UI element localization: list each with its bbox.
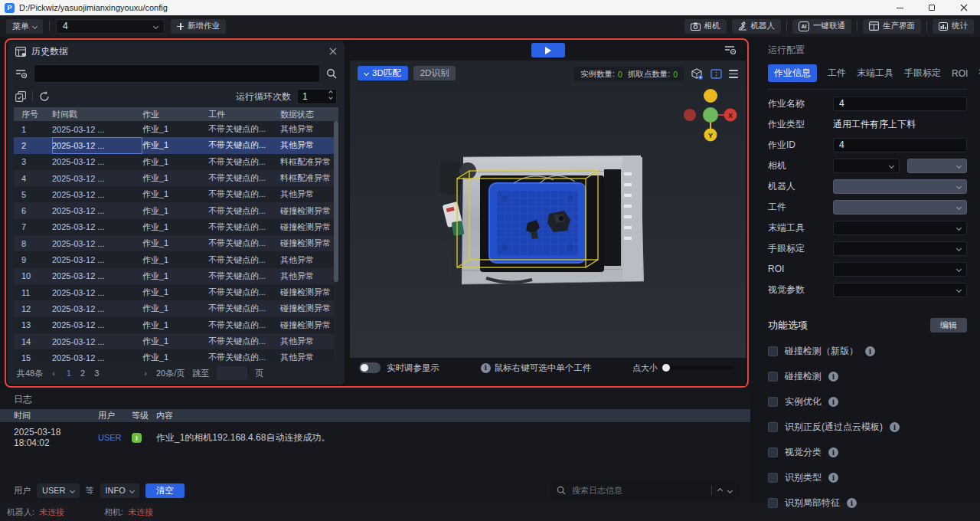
- camera-scene-image[interactable]: [440, 149, 660, 291]
- history-close-button[interactable]: [329, 48, 337, 55]
- table-row[interactable]: 82025-03-12 ...作业_1不带关键点的...碰撞检测异常: [14, 235, 338, 251]
- history-pagination: 共48条 ‹ 123 › 20条/页 跳至 页: [8, 362, 345, 385]
- info-icon[interactable]: i: [828, 372, 838, 382]
- clear-log-button[interactable]: 清空: [145, 483, 185, 498]
- menu-button[interactable]: 菜单: [6, 19, 43, 34]
- search-next-icon[interactable]: [727, 487, 733, 493]
- refresh-icon[interactable]: [39, 91, 50, 102]
- checkbox[interactable]: [768, 447, 778, 457]
- checkbox[interactable]: [768, 422, 778, 432]
- config-tab[interactable]: ROI: [952, 68, 968, 79]
- job-select[interactable]: 4: [56, 19, 165, 34]
- live-tuning-toggle[interactable]: [359, 362, 381, 373]
- search-icon[interactable]: [326, 68, 337, 79]
- log-search-input[interactable]: [572, 486, 705, 495]
- minimize-button[interactable]: [884, 0, 916, 15]
- table-row[interactable]: 112025-03-12 ...作业_1不带关键点的...碰撞检测异常: [14, 284, 338, 300]
- log-user-filter[interactable]: USER: [37, 483, 80, 498]
- maximize-button[interactable]: [916, 0, 948, 15]
- next-page-button[interactable]: ›: [142, 369, 149, 378]
- end-tool-select[interactable]: [833, 221, 967, 235]
- camera-sub-select[interactable]: [907, 159, 967, 173]
- viewport-3d[interactable]: 3D匹配 2D识别 实例数量:0 抓取点数量:0: [350, 61, 746, 358]
- page-number-button[interactable]: 2: [78, 369, 87, 378]
- page-number-button[interactable]: 1: [64, 369, 74, 378]
- config-tab[interactable]: 工件: [828, 67, 846, 80]
- table-cell: 作业_1: [142, 205, 208, 217]
- roi-select[interactable]: [833, 262, 967, 277]
- table-row[interactable]: 152025-03-12 ...作业_1不带关键点的...其他异常: [14, 349, 338, 362]
- flip-view-icon[interactable]: [710, 68, 722, 80]
- jump-page-input[interactable]: [217, 366, 247, 380]
- robot-button[interactable]: 机器人: [732, 19, 782, 34]
- checkbox[interactable]: [768, 346, 778, 356]
- table-row[interactable]: 92025-03-12 ...作业_1不带关键点的...其他异常: [14, 251, 338, 267]
- search-prev-icon[interactable]: [717, 487, 723, 493]
- loop-count-input[interactable]: 1: [297, 89, 337, 104]
- checkbox[interactable]: [768, 473, 778, 483]
- job-name-input[interactable]: 4: [833, 97, 967, 111]
- pointcloud-view-icon[interactable]: [691, 68, 704, 80]
- table-row[interactable]: 22025-03-12 ...作业_1不带关键点的...其他异常: [14, 137, 338, 153]
- per-page-label[interactable]: 20条/页: [156, 368, 185, 379]
- table-row[interactable]: 142025-03-12 ...作业_1不带关键点的...其他异常: [14, 333, 338, 349]
- stepper[interactable]: [329, 91, 332, 99]
- history-search-input[interactable]: [34, 64, 320, 83]
- camera-button[interactable]: 相机: [684, 19, 727, 34]
- info-icon[interactable]: i: [828, 447, 838, 457]
- production-ui-button[interactable]: 生产界面: [863, 19, 921, 34]
- log-level-badge: I: [132, 433, 142, 443]
- close-button[interactable]: [948, 0, 980, 15]
- workpiece-select[interactable]: [833, 200, 967, 215]
- table-row[interactable]: 62025-03-12 ...作业_1不带关键点的...碰撞检测异常: [14, 202, 338, 218]
- log-level-filter[interactable]: INFO: [100, 483, 139, 498]
- table-cell: 不带关键点的...: [208, 205, 280, 217]
- config-tab[interactable]: 末端工具: [857, 67, 893, 80]
- page-number-button[interactable]: 3: [92, 369, 101, 378]
- filter-settings-icon[interactable]: [15, 68, 28, 79]
- view-settings-icon[interactable]: [724, 44, 737, 55]
- statistics-button[interactable]: 统计: [933, 19, 974, 34]
- axis-gizmo[interactable]: X Y: [680, 86, 741, 146]
- checkbox[interactable]: [768, 397, 778, 407]
- page-unit-label: 页: [255, 368, 263, 379]
- table-row[interactable]: 32025-03-12 ...作业_1不带关键点的...料框配准异常: [14, 154, 338, 170]
- new-job-button[interactable]: 新增作业: [171, 19, 226, 34]
- checkbox[interactable]: [768, 498, 778, 508]
- table-row[interactable]: 12025-03-12 ...作业_1不带关键点的...其他异常: [14, 121, 338, 137]
- log-search-box[interactable]: [550, 482, 739, 499]
- camera-select[interactable]: [833, 159, 900, 173]
- table-row[interactable]: 42025-03-12 ...作业_1不带关键点的...料框配准异常: [14, 170, 338, 186]
- info-icon[interactable]: i: [890, 422, 900, 432]
- info-icon[interactable]: i: [865, 346, 875, 356]
- point-size-slider[interactable]: [663, 366, 733, 369]
- copy-export-icon[interactable]: [15, 91, 26, 102]
- scrollbar-thumb[interactable]: [334, 121, 338, 282]
- table-row[interactable]: 72025-03-12 ...作业_1不带关键点的...碰撞检测异常: [14, 219, 338, 235]
- vision-param-select[interactable]: [833, 283, 967, 297]
- log-entry-row[interactable]: 2025-03-18 18:04:02 USER I 作业_1的相机192.16…: [0, 427, 750, 448]
- prev-page-button[interactable]: ‹: [51, 369, 57, 378]
- tab-3d-match[interactable]: 3D匹配: [358, 66, 408, 80]
- info-icon[interactable]: i: [847, 498, 857, 508]
- table-row[interactable]: 52025-03-12 ...作业_1不带关键点的...其他异常: [14, 186, 338, 202]
- run-button[interactable]: [531, 43, 565, 57]
- robot-select[interactable]: [833, 179, 967, 194]
- checkbox[interactable]: [768, 372, 778, 382]
- info-icon[interactable]: i: [828, 397, 838, 407]
- ai-icon: AI: [799, 21, 809, 31]
- viewport-menu-icon[interactable]: [729, 70, 738, 77]
- tab-2d-recognition[interactable]: 2D识别: [413, 66, 456, 80]
- hand-eye-select[interactable]: [833, 241, 967, 256]
- table-row[interactable]: 122025-03-12 ...作业_1不带关键点的...碰撞检测异常: [14, 300, 338, 316]
- config-tab[interactable]: 作业信息: [768, 64, 817, 82]
- table-scrollbar[interactable]: [334, 121, 338, 362]
- one-key-connect-button[interactable]: AI 一键联通: [792, 19, 851, 34]
- config-tab[interactable]: 手眼标定: [904, 67, 941, 80]
- table-row[interactable]: 132025-03-12 ...作业_1不带关键点的...碰撞检测异常: [14, 317, 338, 333]
- plus-icon: [177, 23, 184, 30]
- info-icon[interactable]: i: [828, 473, 838, 483]
- edit-button[interactable]: 编辑: [930, 318, 967, 333]
- table-row[interactable]: 102025-03-12 ...作业_1不带关键点的...其他异常: [14, 268, 338, 284]
- job-id-input[interactable]: 4: [833, 138, 967, 152]
